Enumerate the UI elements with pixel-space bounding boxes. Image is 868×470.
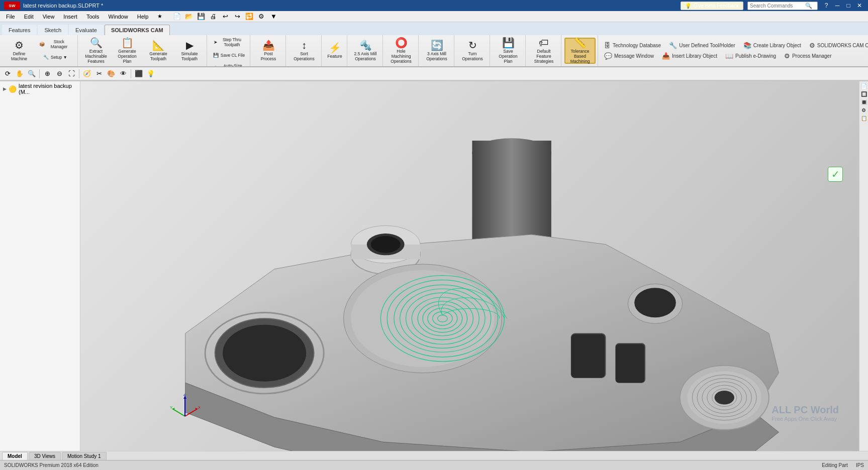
hole-machining-btn[interactable]: ⭕ Hole Machining Operations — [386, 38, 416, 64]
turn-ops-btn[interactable]: ↻ Turn Operations — [457, 38, 488, 64]
publish-edrawing-btn[interactable]: 📖 Publish e-Drawing — [722, 51, 779, 61]
menu-view[interactable]: View — [39, 13, 59, 21]
options-btn[interactable]: ⚙ — [256, 11, 267, 22]
sort-operations-btn[interactable]: ↕ Sort Operations — [289, 38, 319, 64]
save-btn[interactable]: 💾 — [196, 11, 207, 22]
define-machine-btn[interactable]: ⚙ Define Machine — [4, 38, 34, 64]
section-view-btn[interactable]: ✂ — [93, 68, 105, 79]
maximize-button[interactable]: □ — [844, 1, 853, 10]
default-feature-btn[interactable]: 🏷 Default Feature Strategies — [529, 38, 559, 64]
accept-check-icon[interactable]: ✓ — [828, 167, 843, 182]
beta-feedback-button[interactable]: 💡 Give Beta Feedback — [681, 2, 743, 10]
default-feat-items: 🏷 Default Feature Strategies — [529, 36, 559, 65]
display-style-btn[interactable]: 🎨 — [106, 68, 117, 79]
undo-btn[interactable]: ↩ — [220, 11, 231, 22]
sidebar-icon-3[interactable]: 🔳 — [860, 98, 867, 105]
create-library-btn[interactable]: 📚 Create Library Object — [740, 41, 804, 50]
fit-btn[interactable]: ⛶ — [66, 68, 77, 79]
tab-model[interactable]: Model — [2, 452, 28, 460]
question-icon[interactable]: ? — [822, 1, 831, 10]
rotate-view-btn[interactable]: ⟳ — [2, 68, 13, 79]
generate-toolpath-btn[interactable]: 📐 Generate Toolpath — [143, 38, 173, 64]
sw-cam-options-btn[interactable]: ⚙ SOLIDWORKS CAM Options — [806, 41, 868, 50]
view-orient-btn[interactable]: 🧭 — [81, 68, 92, 79]
msg-label: Message Window — [614, 53, 654, 59]
menu-tools[interactable]: Tools — [82, 13, 104, 21]
auto-size-btn[interactable]: 📦 Auto-Size Stock — [210, 62, 248, 66]
ribbon-group-turn: ↻ Turn Operations — [455, 35, 490, 66]
menu-window[interactable]: Window — [105, 13, 132, 21]
3axis-group-items: 🔄 3 Axis Mill Operations — [422, 36, 452, 65]
stock-manager-btn[interactable]: 📦 Stock Manager — [35, 38, 75, 50]
accept-reject-overlay: ✓ — [828, 167, 848, 187]
ribbon-group-extract: 🔍 Extract Machinable Features 📋 Generate… — [79, 35, 207, 66]
save-op-plan-btn[interactable]: 💾 Save Operation Plan — [493, 38, 523, 64]
sidebar-icon-4[interactable]: ⚙ — [860, 106, 867, 113]
zoom-out-btn[interactable]: ⊖ — [54, 68, 65, 79]
tab-evaluate[interactable]: Evaluate — [69, 25, 104, 35]
lighting-btn[interactable]: 💡 — [145, 68, 156, 79]
gen-tp-icon: 📐 — [152, 40, 165, 50]
simulate-toolpath-btn[interactable]: ▶ Simulate Toolpath — [174, 38, 205, 64]
new-btn[interactable]: 📄 — [171, 11, 182, 22]
insert-library-btn[interactable]: 📥 Insert Library Object — [659, 51, 720, 61]
open-btn[interactable]: 📂 — [183, 11, 195, 22]
search-commands-input[interactable] — [750, 3, 805, 9]
menu-file[interactable]: File — [2, 13, 19, 21]
tab-sketch[interactable]: Sketch — [38, 25, 68, 35]
save-cl-btn[interactable]: 💾 Save CL File — [210, 49, 248, 61]
feature-btn[interactable]: ⚡ Feature — [325, 38, 345, 64]
tech-db-label: Technology Database — [613, 43, 661, 48]
zoom-in-btn[interactable]: ⊕ — [42, 68, 53, 79]
insert-lib-icon: 📥 — [662, 52, 670, 60]
3d-viewport[interactable]: ALL PC World Free Apps One Click Away X … — [80, 81, 859, 452]
sidebar-icon-2[interactable]: 🔲 — [860, 90, 867, 97]
tree-root-item[interactable]: ▶ 🟡 latest revision backup (M... — [0, 81, 80, 96]
post-process-btn[interactable]: 📤 Post Process — [253, 38, 283, 64]
tolerance-machining-btn[interactable]: 📏 Tolerance Based Machining — [564, 38, 596, 64]
tab-solidworks-cam[interactable]: SOLIDWORKS CAM — [105, 25, 170, 35]
sidebar-icon-5[interactable]: 📋 — [860, 114, 867, 122]
turn-group-items: ↻ Turn Operations — [457, 36, 488, 65]
step-icon: ➤ — [214, 40, 218, 45]
generate-op-plan-btn[interactable]: 📋 Generate Operation Plan — [112, 38, 142, 64]
sort-icon: ↕ — [302, 40, 307, 50]
sidebar-icon-1[interactable]: 📄 — [860, 82, 867, 89]
print-btn[interactable]: 🖨 — [208, 11, 219, 22]
extract-group-items: 🔍 Extract Machinable Features 📋 Generate… — [81, 36, 205, 65]
search-commands-box[interactable]: 🔍 — [747, 2, 818, 10]
menu-edit[interactable]: Edit — [20, 13, 38, 21]
close-button[interactable]: ✕ — [855, 1, 864, 10]
process-manager-btn[interactable]: ⚙ Process Manager — [781, 51, 834, 61]
customize-btn[interactable]: ▼ — [268, 11, 279, 22]
menu-help[interactable]: Help — [133, 13, 153, 21]
message-window-btn[interactable]: 💬 Message Window — [601, 51, 657, 61]
3axis-icon: 🔄 — [431, 40, 443, 50]
extract-features-btn[interactable]: 🔍 Extract Machinable Features — [81, 38, 111, 64]
zoom-btn[interactable]: 🔍 — [26, 68, 37, 79]
step-thru-btn[interactable]: ➤ Step Thru Toolpath — [210, 36, 248, 48]
25axis-btn[interactable]: 🔩 2.5 Axis Mill Operations — [350, 38, 380, 64]
tab-3d-views[interactable]: 3D Views — [29, 452, 61, 460]
redo-btn[interactable]: ↪ — [232, 11, 243, 22]
status-right: Editing Part IPS — [822, 462, 864, 468]
quick-access-toolbar: 📄 📂 💾 🖨 ↩ ↪ 🔁 ⚙ ▼ — [171, 11, 279, 22]
tree-item-label: latest revision backup (M... — [19, 83, 77, 95]
tab-motion-study[interactable]: Motion Study 1 — [62, 452, 107, 460]
status-editing: Editing Part — [822, 462, 848, 468]
3axis-btn[interactable]: 🔄 3 Axis Mill Operations — [422, 38, 452, 64]
pan-btn[interactable]: ✋ — [14, 68, 25, 79]
menu-star[interactable]: ★ — [153, 12, 166, 21]
setup-btn[interactable]: 🔧 Setup ▼ — [35, 51, 75, 63]
menu-insert[interactable]: Insert — [59, 13, 81, 21]
proc-mgr-icon: ⚙ — [784, 52, 790, 60]
rebuild-btn[interactable]: 🔁 — [244, 11, 255, 22]
hide-show-btn[interactable]: 👁 — [118, 68, 129, 79]
feature-label: Feature — [327, 54, 342, 59]
user-defined-tool-btn[interactable]: 🔧 User Defined Tool/Holder — [666, 41, 738, 50]
appearance-btn[interactable]: ⬛ — [133, 68, 144, 79]
technology-db-btn[interactable]: 🗄 Technology Database — [601, 41, 664, 50]
svg-point-15 — [371, 236, 401, 253]
tab-features[interactable]: Features — [2, 25, 37, 35]
minimize-button[interactable]: ─ — [833, 1, 842, 10]
